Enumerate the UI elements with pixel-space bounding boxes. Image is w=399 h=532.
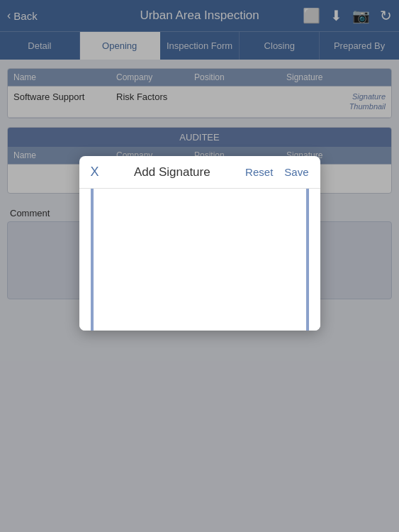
add-signature-modal: X Add Signature Reset Save bbox=[79, 156, 320, 331]
modal-overlay: X Add Signature Reset Save bbox=[0, 0, 399, 532]
modal-title: Add Signature bbox=[99, 165, 246, 179]
canvas-right-border bbox=[306, 189, 309, 331]
save-button[interactable]: Save bbox=[284, 166, 308, 178]
modal-close-button[interactable]: X bbox=[91, 165, 99, 179]
modal-header: X Add Signature Reset Save bbox=[79, 156, 320, 189]
signature-canvas[interactable] bbox=[79, 189, 320, 331]
canvas-left-border bbox=[91, 189, 94, 331]
modal-actions: Reset Save bbox=[245, 166, 308, 178]
reset-button[interactable]: Reset bbox=[245, 166, 273, 178]
